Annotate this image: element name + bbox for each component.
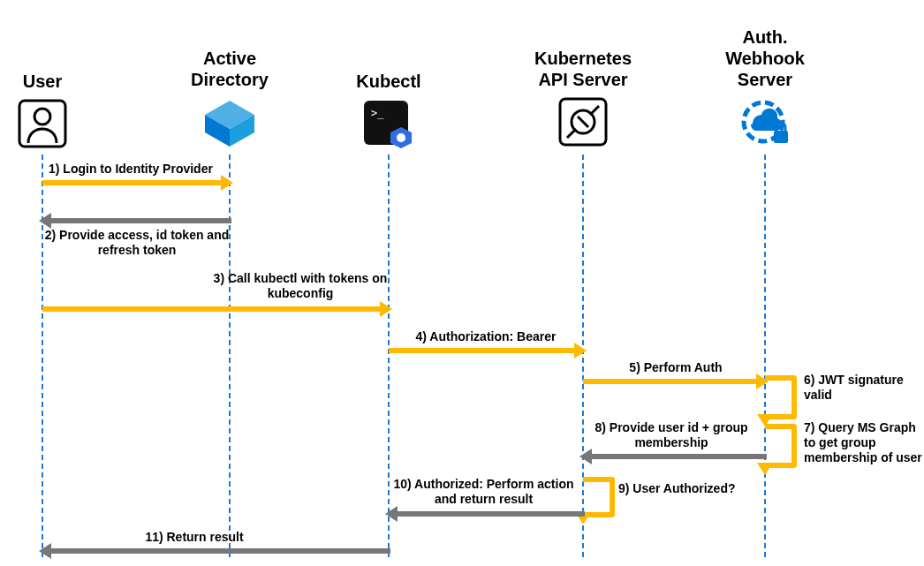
svg-point-1 [34,109,50,125]
svg-text:>_: >_ [371,107,384,119]
arrow-step-3 [42,303,390,321]
label-step-1: 1) Login to Identity Provider [49,162,225,177]
lifeline-webhook [764,155,766,557]
arrow-step-1 [42,177,231,194]
svg-line-13 [578,117,588,127]
label-step-11: 11) Return result [106,530,283,545]
arrow-step-8 [581,450,767,468]
participant-kubectl: Kubectl >_ [349,0,428,92]
participant-api: Kubernetes API Server [530,0,636,90]
arrow-step-4 [389,344,585,362]
label-step-7: 7) Query MS Graph to get group membershi… [804,420,922,465]
label-step-5: 5) Perform Auth [592,360,760,375]
label-step-8: 8) Provide user id + group membership [583,420,760,450]
label-step-9: 9) User Authorized? [618,481,760,496]
arrow-step-11 [41,545,390,562]
participant-ad: Active Directory [186,0,274,90]
self-loop-step-6 [765,375,797,419]
arrow-step-10 [387,508,585,525]
label-step-4: 4) Authorization: Bearer [398,329,574,344]
participant-webhook: Auth. Webhook Server [721,0,809,90]
svg-point-8 [397,133,405,142]
participant-user: User [16,0,69,92]
svg-line-11 [567,129,576,138]
label-step-3: 3) Call kubectl with tokens on kubeconfi… [203,271,398,301]
self-loop-step-7 [765,424,797,468]
arrow-step-5 [583,375,767,393]
label-step-6: 6) JWT signature valid [804,373,919,403]
label-step-10: 10) Authorized: Perform action and retur… [389,477,579,507]
label-step-2: 2) Provide access, id token and refresh … [44,228,230,258]
self-loop-step-9 [583,477,615,517]
svg-rect-15 [774,131,788,143]
svg-line-12 [590,106,599,115]
sequence-diagram: User Active Directory Kubectl >_ Kuberne… [0,0,924,566]
